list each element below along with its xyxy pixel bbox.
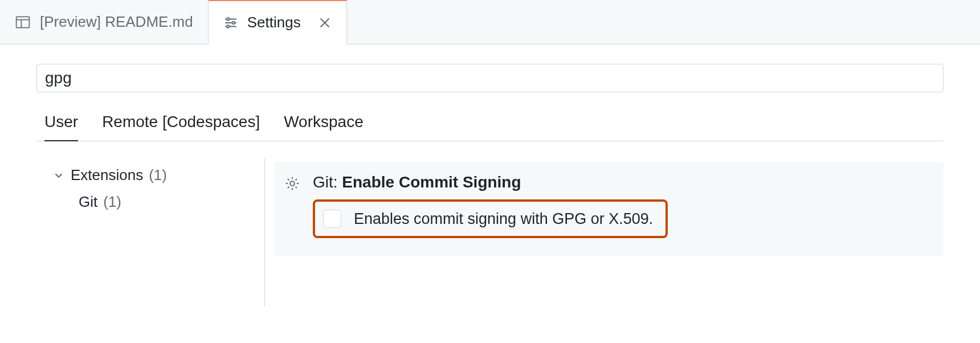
gear-icon[interactable] — [284, 173, 300, 191]
setting-checkbox[interactable] — [323, 210, 341, 228]
settings-main-area: Extensions (1) Git (1) Git: Enabl — [36, 158, 944, 307]
settings-tree: Extensions (1) Git (1) — [36, 158, 264, 307]
setting-description: Enables commit signing with GPG or X.509… — [354, 210, 653, 228]
settings-list: Git: Enable Commit Signing Enables commi… — [274, 158, 944, 307]
setting-control-highlight: Enables commit signing with GPG or X.509… — [313, 199, 668, 238]
close-icon[interactable] — [318, 16, 332, 30]
setting-title-name: Enable Commit Signing — [342, 173, 521, 191]
setting-git-enable-commit-signing: Git: Enable Commit Signing Enables commi… — [274, 162, 944, 256]
settings-tab-icon — [223, 15, 238, 30]
tab-settings[interactable]: Settings — [209, 0, 347, 44]
svg-point-8 — [227, 25, 230, 28]
settings-scope-tabs: User Remote [Codespaces] Workspace — [36, 113, 944, 141]
settings-content: User Remote [Codespaces] Workspace Exten… — [0, 44, 980, 307]
setting-body: Git: Enable Commit Signing Enables commi… — [313, 173, 933, 238]
tree-item-extensions[interactable]: Extensions (1) — [52, 162, 264, 189]
svg-point-6 — [227, 18, 230, 21]
scope-tab-workspace[interactable]: Workspace — [284, 113, 364, 141]
setting-title-prefix: Git: — [313, 173, 342, 191]
tree-item-count: (1) — [103, 193, 121, 211]
scope-tab-user[interactable]: User — [44, 113, 78, 141]
chevron-down-icon — [52, 169, 65, 182]
setting-title: Git: Enable Commit Signing — [313, 173, 933, 191]
preview-icon — [15, 14, 31, 30]
tree-item-label: Git — [79, 193, 97, 211]
tab-label: Settings — [247, 14, 301, 31]
scope-tab-remote[interactable]: Remote [Codespaces] — [102, 113, 260, 141]
tree-item-count: (1) — [149, 166, 167, 184]
settings-search-input[interactable] — [36, 64, 944, 92]
tab-preview-readme[interactable]: [Preview] README.md — [0, 0, 209, 44]
tree-item-git[interactable]: Git (1) — [52, 189, 264, 215]
vertical-divider — [264, 158, 265, 307]
editor-tab-bar: [Preview] README.md Settings — [0, 0, 980, 44]
svg-point-7 — [232, 21, 235, 24]
tab-label: [Preview] README.md — [40, 13, 193, 31]
tree-item-label: Extensions — [71, 166, 143, 184]
svg-point-11 — [290, 181, 295, 186]
svg-rect-0 — [17, 17, 30, 27]
